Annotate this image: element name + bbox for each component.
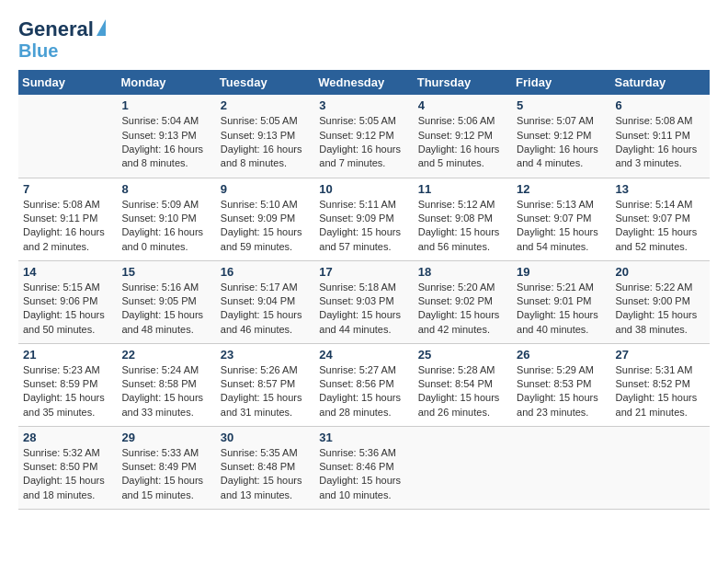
calendar-table: SundayMondayTuesdayWednesdayThursdayFrid… xyxy=(18,70,710,510)
day-number: 1 xyxy=(121,98,210,112)
day-number: 5 xyxy=(517,98,606,112)
calendar-cell: 19Sunrise: 5:21 AM Sunset: 9:01 PM Dayli… xyxy=(512,260,610,343)
day-number: 17 xyxy=(319,265,408,279)
calendar-cell: 22Sunrise: 5:24 AM Sunset: 8:58 PM Dayli… xyxy=(117,343,215,426)
day-number: 3 xyxy=(319,98,408,112)
day-number: 2 xyxy=(221,98,310,112)
week-row-1: 1Sunrise: 5:04 AM Sunset: 9:13 PM Daylig… xyxy=(18,95,710,178)
day-info: Sunrise: 5:31 AM Sunset: 8:52 PM Dayligh… xyxy=(616,363,705,420)
day-info: Sunrise: 5:18 AM Sunset: 9:03 PM Dayligh… xyxy=(319,281,408,338)
calendar-cell: 10Sunrise: 5:11 AM Sunset: 9:09 PM Dayli… xyxy=(314,178,413,260)
day-info: Sunrise: 5:05 AM Sunset: 9:12 PM Dayligh… xyxy=(319,114,408,171)
calendar-cell: 25Sunrise: 5:28 AM Sunset: 8:54 PM Dayli… xyxy=(414,343,512,426)
day-info: Sunrise: 5:24 AM Sunset: 8:58 PM Dayligh… xyxy=(121,363,210,420)
calendar-cell: 7Sunrise: 5:08 AM Sunset: 9:11 PM Daylig… xyxy=(18,178,117,260)
day-info: Sunrise: 5:28 AM Sunset: 8:54 PM Dayligh… xyxy=(418,363,507,420)
day-number: 26 xyxy=(517,348,606,362)
day-info: Sunrise: 5:33 AM Sunset: 8:49 PM Dayligh… xyxy=(121,446,210,503)
day-number: 4 xyxy=(418,98,507,112)
day-info: Sunrise: 5:13 AM Sunset: 9:07 PM Dayligh… xyxy=(517,198,606,255)
calendar-cell: 8Sunrise: 5:09 AM Sunset: 9:10 PM Daylig… xyxy=(117,178,215,260)
week-row-5: 28Sunrise: 5:32 AM Sunset: 8:50 PM Dayli… xyxy=(18,426,710,509)
calendar-cell: 31Sunrise: 5:36 AM Sunset: 8:46 PM Dayli… xyxy=(314,426,413,509)
calendar-cell xyxy=(512,426,610,509)
day-info: Sunrise: 5:05 AM Sunset: 9:13 PM Dayligh… xyxy=(221,114,310,171)
column-header-tuesday: Tuesday xyxy=(216,70,314,95)
calendar-cell: 12Sunrise: 5:13 AM Sunset: 9:07 PM Dayli… xyxy=(512,178,610,260)
day-number: 6 xyxy=(616,98,705,112)
day-info: Sunrise: 5:11 AM Sunset: 9:09 PM Dayligh… xyxy=(319,198,408,255)
day-info: Sunrise: 5:23 AM Sunset: 8:59 PM Dayligh… xyxy=(23,363,112,420)
column-header-wednesday: Wednesday xyxy=(314,70,413,95)
day-number: 31 xyxy=(319,431,408,444)
week-row-3: 14Sunrise: 5:15 AM Sunset: 9:06 PM Dayli… xyxy=(18,260,710,343)
logo-text: General xyxy=(18,18,94,40)
day-info: Sunrise: 5:12 AM Sunset: 9:08 PM Dayligh… xyxy=(418,198,507,255)
calendar-cell: 18Sunrise: 5:20 AM Sunset: 9:02 PM Dayli… xyxy=(414,260,512,343)
calendar-cell: 13Sunrise: 5:14 AM Sunset: 9:07 PM Dayli… xyxy=(611,178,710,260)
day-number: 7 xyxy=(23,182,112,196)
calendar-cell: 21Sunrise: 5:23 AM Sunset: 8:59 PM Dayli… xyxy=(18,343,117,426)
page-header: General Blue xyxy=(18,18,710,61)
logo-blue-text: Blue xyxy=(18,40,58,61)
column-header-friday: Friday xyxy=(512,70,610,95)
day-number: 21 xyxy=(23,348,112,362)
day-number: 14 xyxy=(23,265,112,279)
calendar-cell: 9Sunrise: 5:10 AM Sunset: 9:09 PM Daylig… xyxy=(216,178,314,260)
column-header-monday: Monday xyxy=(117,70,215,95)
day-info: Sunrise: 5:21 AM Sunset: 9:01 PM Dayligh… xyxy=(517,281,606,338)
day-number: 23 xyxy=(221,348,310,362)
day-info: Sunrise: 5:04 AM Sunset: 9:13 PM Dayligh… xyxy=(121,114,210,171)
calendar-cell: 26Sunrise: 5:29 AM Sunset: 8:53 PM Dayli… xyxy=(512,343,610,426)
day-number: 29 xyxy=(121,431,210,444)
day-info: Sunrise: 5:08 AM Sunset: 9:11 PM Dayligh… xyxy=(23,198,112,255)
calendar-cell: 4Sunrise: 5:06 AM Sunset: 9:12 PM Daylig… xyxy=(414,95,512,178)
day-number: 8 xyxy=(121,182,210,196)
day-number: 12 xyxy=(517,182,606,196)
calendar-cell: 30Sunrise: 5:35 AM Sunset: 8:48 PM Dayli… xyxy=(216,426,314,509)
day-number: 22 xyxy=(121,348,210,362)
calendar-cell: 27Sunrise: 5:31 AM Sunset: 8:52 PM Dayli… xyxy=(611,343,710,426)
day-number: 11 xyxy=(418,182,507,196)
calendar-cell: 28Sunrise: 5:32 AM Sunset: 8:50 PM Dayli… xyxy=(18,426,117,509)
calendar-cell: 14Sunrise: 5:15 AM Sunset: 9:06 PM Dayli… xyxy=(18,260,117,343)
day-number: 13 xyxy=(616,182,705,196)
calendar-cell: 1Sunrise: 5:04 AM Sunset: 9:13 PM Daylig… xyxy=(117,95,215,178)
calendar-cell: 29Sunrise: 5:33 AM Sunset: 8:49 PM Dayli… xyxy=(117,426,215,509)
calendar-cell: 6Sunrise: 5:08 AM Sunset: 9:11 PM Daylig… xyxy=(611,95,710,178)
day-number: 10 xyxy=(319,182,408,196)
calendar-cell: 15Sunrise: 5:16 AM Sunset: 9:05 PM Dayli… xyxy=(117,260,215,343)
day-info: Sunrise: 5:16 AM Sunset: 9:05 PM Dayligh… xyxy=(121,281,210,338)
day-info: Sunrise: 5:09 AM Sunset: 9:10 PM Dayligh… xyxy=(121,198,210,255)
day-info: Sunrise: 5:29 AM Sunset: 8:53 PM Dayligh… xyxy=(517,363,606,420)
week-row-4: 21Sunrise: 5:23 AM Sunset: 8:59 PM Dayli… xyxy=(18,343,710,426)
calendar-cell: 20Sunrise: 5:22 AM Sunset: 9:00 PM Dayli… xyxy=(611,260,710,343)
day-info: Sunrise: 5:06 AM Sunset: 9:12 PM Dayligh… xyxy=(418,114,507,171)
day-info: Sunrise: 5:08 AM Sunset: 9:11 PM Dayligh… xyxy=(616,114,705,171)
day-info: Sunrise: 5:36 AM Sunset: 8:46 PM Dayligh… xyxy=(319,446,408,503)
calendar-cell xyxy=(611,426,710,509)
day-info: Sunrise: 5:26 AM Sunset: 8:57 PM Dayligh… xyxy=(221,363,310,420)
day-number: 30 xyxy=(221,431,310,444)
calendar-cell: 23Sunrise: 5:26 AM Sunset: 8:57 PM Dayli… xyxy=(216,343,314,426)
day-info: Sunrise: 5:20 AM Sunset: 9:02 PM Dayligh… xyxy=(418,281,507,338)
week-row-2: 7Sunrise: 5:08 AM Sunset: 9:11 PM Daylig… xyxy=(18,178,710,260)
day-info: Sunrise: 5:10 AM Sunset: 9:09 PM Dayligh… xyxy=(221,198,310,255)
day-number: 15 xyxy=(121,265,210,279)
day-info: Sunrise: 5:32 AM Sunset: 8:50 PM Dayligh… xyxy=(23,446,112,503)
day-info: Sunrise: 5:35 AM Sunset: 8:48 PM Dayligh… xyxy=(221,446,310,503)
day-number: 20 xyxy=(616,265,705,279)
calendar-cell xyxy=(414,426,512,509)
day-info: Sunrise: 5:07 AM Sunset: 9:12 PM Dayligh… xyxy=(517,114,606,171)
day-info: Sunrise: 5:14 AM Sunset: 9:07 PM Dayligh… xyxy=(616,198,705,255)
calendar-cell: 24Sunrise: 5:27 AM Sunset: 8:56 PM Dayli… xyxy=(314,343,413,426)
calendar-cell: 16Sunrise: 5:17 AM Sunset: 9:04 PM Dayli… xyxy=(216,260,314,343)
column-header-saturday: Saturday xyxy=(611,70,710,95)
calendar-cell: 5Sunrise: 5:07 AM Sunset: 9:12 PM Daylig… xyxy=(512,95,610,178)
day-info: Sunrise: 5:17 AM Sunset: 9:04 PM Dayligh… xyxy=(221,281,310,338)
day-number: 16 xyxy=(221,265,310,279)
column-header-thursday: Thursday xyxy=(414,70,512,95)
calendar-cell: 2Sunrise: 5:05 AM Sunset: 9:13 PM Daylig… xyxy=(216,95,314,178)
day-info: Sunrise: 5:15 AM Sunset: 9:06 PM Dayligh… xyxy=(23,281,112,338)
day-number: 24 xyxy=(319,348,408,362)
